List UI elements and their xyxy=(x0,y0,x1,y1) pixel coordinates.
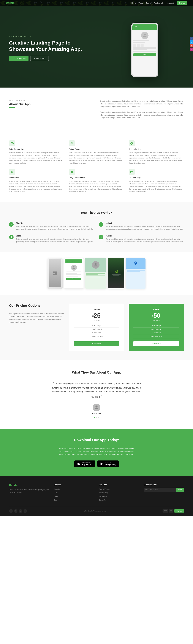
googleplus-social-button[interactable]: g xyxy=(190,44,193,47)
pricing-grid: Our Pricing Options Text ut perspiciatis… xyxy=(9,304,184,351)
about-left-column: About Our App About Our App xyxy=(9,100,93,119)
feature-title-customize: Easy To Customize xyxy=(69,177,124,179)
screenshots-row: CREATE ACCOUNT Submit xyxy=(0,258,193,288)
how-step-4: 4 Publish Text ut perspiciatis unde omni… xyxy=(99,235,184,243)
pro-plan-period: Per Month xyxy=(133,320,179,322)
footer-link-help[interactable]: Help Center xyxy=(99,496,107,497)
pro-feature-3: 18 Databases xyxy=(133,331,179,335)
retina-icon xyxy=(69,140,75,146)
play-icon xyxy=(33,57,35,59)
hero-content: Welcome to Dazzle Creative Landing Page … xyxy=(0,24,103,70)
how-step-3: 3 Create Text ut perspiciatis unde omnis… xyxy=(9,235,94,243)
footer-brand-col: Dazzle. Lorem ipsum dolor sit amet, cons… xyxy=(9,484,49,502)
pro-plan-name: Pro Plan xyxy=(133,308,179,310)
footer-link-contact[interactable]: Contact Us xyxy=(99,499,106,501)
phone-avatar xyxy=(141,32,149,39)
footer-twitter-icon[interactable]: t xyxy=(14,509,17,513)
visa-icon: VISA xyxy=(163,509,168,512)
footer-link-about[interactable]: About Us xyxy=(54,488,60,490)
lite-plan-name: Lite Plan xyxy=(74,308,120,310)
testimonial-dot-3[interactable] xyxy=(98,417,99,418)
hero-section: Welcome to Dazzle Creative Landing Page … xyxy=(0,0,193,88)
footer-googleplus-icon[interactable]: g xyxy=(19,509,22,513)
testimonial-dots xyxy=(9,417,184,418)
how-title: How The App Works? xyxy=(9,211,184,214)
footer-contact-heading: Contact xyxy=(54,484,94,486)
how-step-1: 1 Sign-Up Text ut perspiciatis unde omni… xyxy=(9,222,94,230)
feature-text-free: Text ut perspiciatis unde omnis iste nat… xyxy=(129,180,184,193)
google-play-icon xyxy=(100,462,103,466)
feature-item-customize: Easy To Customize Text ut perspiciatis u… xyxy=(69,169,124,193)
pricing-card-lite: Lite Plan $25 Per Month 1GB Storage 10GB… xyxy=(69,304,124,351)
footer-link-privacy[interactable]: Privacy Policy xyxy=(99,492,108,494)
free-icon xyxy=(129,169,135,175)
feature-text-retina: Text ut perspiciatis unde omnis iste nat… xyxy=(69,152,124,164)
feature-item-responsive: Fully Responsive Text ut perspiciatis un… xyxy=(9,140,64,164)
nav-link-about[interactable]: About xyxy=(139,2,143,4)
footer-link-blog[interactable]: Blog xyxy=(54,499,57,501)
app-store-button[interactable]: Download on the App Store xyxy=(74,460,95,467)
footer-site-links-col: Site Links Terms of Service Privacy Poli… xyxy=(99,484,139,502)
signin-button[interactable]: Sign Up xyxy=(177,1,187,5)
app-store-sub: Download on the xyxy=(81,462,91,463)
how-step-3-text: Text ut perspiciatis unde omnis iste nat… xyxy=(16,238,94,243)
about-section: About Our App About Our App Excepteur si… xyxy=(0,88,193,130)
phone-device: Submit xyxy=(131,23,158,77)
newsletter-email-input[interactable] xyxy=(144,488,176,492)
newsletter-submit-button[interactable]: Send xyxy=(176,488,184,492)
pricing-title: Our Pricing Options xyxy=(9,304,64,308)
feature-title-free: Free of Charge xyxy=(129,177,184,179)
how-step-2: 2 Upload Text ut perspiciatis unde omnis… xyxy=(99,222,184,230)
footer-link-careers[interactable]: Careers xyxy=(54,496,59,497)
footer-linkedin-icon[interactable]: in xyxy=(23,509,27,513)
pricing-section: Our Pricing Options Text ut perspiciatis… xyxy=(0,294,193,360)
how-step-3-title: Create xyxy=(16,235,94,237)
nav-link-download[interactable]: Download xyxy=(167,2,174,4)
pro-get-started-button[interactable]: Get Started xyxy=(133,342,179,346)
feature-text-code: Text ut perspiciatis unde omnis iste nat… xyxy=(9,180,64,193)
footer-signup-button[interactable]: Sign Up xyxy=(174,509,184,512)
instagram-social-button[interactable]: i xyxy=(190,48,193,51)
google-play-button[interactable]: GET IT ON Google Play xyxy=(97,460,119,467)
testimonial-dot-1[interactable] xyxy=(94,417,95,418)
testimonials-title: What They Say About Our App. xyxy=(9,370,184,374)
testimonial-quote: Your work is going to fill a large part … xyxy=(51,381,142,399)
how-grid: 1 Sign-Up Text ut perspiciatis unde omni… xyxy=(9,222,184,243)
about-right-column: Excepteur sint magna verum labute aliqui… xyxy=(100,100,184,119)
twitter-social-button[interactable]: t xyxy=(190,40,193,44)
screenshot-5 xyxy=(126,258,146,288)
how-step-1-title: Sign-Up xyxy=(16,222,94,224)
pricing-text-col: Our Pricing Options Text ut perspiciatis… xyxy=(9,304,64,324)
nav-link-home[interactable]: Home xyxy=(132,2,136,4)
mastercard-icon: MC xyxy=(169,509,173,512)
watch-video-button[interactable]: Watch Video xyxy=(30,56,49,61)
nav-link-testimonials[interactable]: Testimonials xyxy=(154,2,164,4)
download-app-button[interactable]: Download App xyxy=(9,56,28,61)
facebook-social-button[interactable]: f xyxy=(190,37,193,40)
cta-divider xyxy=(93,444,100,444)
feature-item-code: Clean Code Text ut perspiciatis unde omn… xyxy=(9,169,64,193)
nav-link-pricing[interactable]: Pricing xyxy=(146,2,151,4)
how-step-4-text: Text ut perspiciatis unde omnis iste nat… xyxy=(106,238,184,243)
lite-feature-2: 10GB Bandwidth xyxy=(74,328,120,331)
responsive-icon xyxy=(9,140,15,146)
footer-newsletter-heading: Our Newsletter xyxy=(144,484,184,486)
footer-facebook-icon[interactable]: f xyxy=(9,509,13,513)
feature-title-design: Stylish Design xyxy=(129,148,184,150)
about-divider xyxy=(9,107,15,108)
how-section: How The App Works? 1 Sign-Up Text ut per… xyxy=(0,202,193,252)
google-play-name: Google Play xyxy=(105,463,116,466)
step-number-2: 2 xyxy=(99,222,103,227)
testimonial-dot-2[interactable] xyxy=(96,417,97,418)
footer-link-team[interactable]: Team xyxy=(54,492,58,494)
testimonial-avatar xyxy=(93,404,100,411)
footer-newsletter-col: Our Newsletter Send xyxy=(144,484,184,502)
pricing-card-pro: Pro Plan $50 Per Month 4GB Storage 30GB … xyxy=(129,304,184,351)
footer-link-terms[interactable]: Terms of Service xyxy=(99,488,110,490)
feature-item-design: Stylish Design Text ut perspiciatis unde… xyxy=(129,140,184,164)
footer-payment-icons: VISA MC Sign Up xyxy=(163,509,184,512)
how-step-1-text: Text ut perspiciatis unde omnis iste nat… xyxy=(16,225,94,230)
lite-get-started-button[interactable]: Get Started xyxy=(74,342,120,346)
feature-text-design: Text ut perspiciatis unde omnis iste nat… xyxy=(129,152,184,164)
footer-copyright: 2024 Dazzle. All rights reserved. xyxy=(84,510,106,512)
